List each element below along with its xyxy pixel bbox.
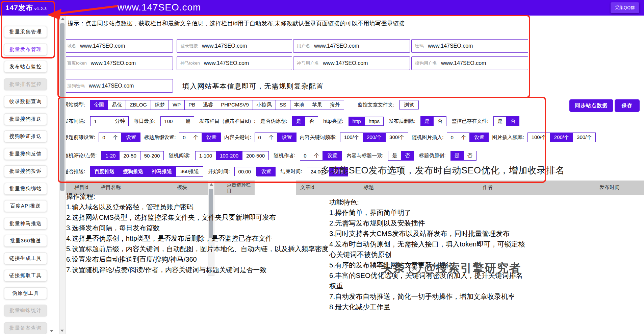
main-scrollbar-thumb[interactable] — [60, 23, 65, 191]
delete-after-no[interactable]: 否 — [434, 116, 446, 126]
content-keywords-input[interactable]: 0 个 — [255, 133, 278, 142]
shenma-username-field[interactable]: 神马用户名 www.147SEO.com — [293, 56, 410, 70]
delete-after-yes[interactable]: 是 — [420, 116, 434, 126]
site-type-wp[interactable]: WP — [169, 100, 185, 110]
sidebar-item-sogou-complaint[interactable]: 批量搜狗投诉 — [4, 165, 47, 177]
title-suffix-unit: 个 — [193, 134, 198, 141]
image-frequency-label: 图片插入频率: — [492, 134, 524, 141]
https-option[interactable]: https — [365, 117, 384, 126]
shenma-token-field[interactable]: 神马token www.147SEO.com — [177, 56, 292, 70]
site-type-xiaoxuanfeng[interactable]: 小旋风 — [253, 100, 276, 110]
field-label: 密码 — [415, 43, 424, 49]
comments-50-200[interactable]: 50-200 — [140, 151, 164, 160]
sidebar-item-index-query[interactable]: 收录数据查询 — [4, 96, 47, 108]
username-field[interactable]: 用户名 www.147SEO.com — [293, 39, 410, 53]
pseudo-original-yes[interactable]: 是 — [292, 116, 305, 126]
site-type-pb[interactable]: PB — [185, 100, 199, 110]
sidebar-item-batch-publish[interactable]: 批量发布管理 — [4, 44, 47, 55]
site-type-local[interactable]: 本地 — [290, 100, 308, 110]
random-image-set-button[interactable]: 设置 — [470, 133, 489, 142]
sidebar-item-link-grab[interactable]: 链接抓取工具 — [4, 270, 47, 282]
image-freq-100[interactable]: 100/个 — [527, 133, 550, 142]
reads-100-200[interactable]: 100-200 — [216, 151, 242, 160]
sidebar-item-site-monitor[interactable]: 发布站点监控 — [4, 61, 47, 73]
title-suffix-set-button[interactable]: 设置 — [202, 133, 221, 142]
seo-banner-text: 多功能SEO发布选项，发布时自动SEO优化，增加收录排名 — [321, 164, 565, 176]
random-author-set-button[interactable]: 设置 — [323, 151, 342, 161]
sidebar-item-batch-collect[interactable]: 批量采集管理 — [4, 26, 47, 38]
push-shenma[interactable]: 神马推送 — [148, 166, 176, 177]
panel-scroll-up-icon[interactable] — [210, 183, 213, 186]
monitor-existing-yes[interactable]: 是 — [493, 116, 507, 126]
sogou-username-field[interactable]: 搜狗用户名 www.147SEO.com — [411, 56, 528, 70]
keyword-freq-300[interactable]: 300/个 — [386, 133, 408, 142]
sogou-password-field[interactable]: 搜狗密码 www.147SEO.com — [63, 79, 173, 93]
scroll-down-icon[interactable] — [60, 330, 64, 332]
push-baidu[interactable]: 百度推送 — [90, 166, 119, 177]
site-type-zblog[interactable]: ZBLOG — [126, 100, 151, 110]
http-option[interactable]: http — [349, 117, 365, 126]
sidebar-item-link-generate[interactable]: 链接生成工具 — [4, 253, 47, 264]
content-title-match-yes[interactable]: 是 — [388, 151, 401, 161]
title-suffix-input[interactable]: 0 个 — [179, 133, 202, 142]
image-freq-200[interactable]: 200/个 — [550, 133, 573, 142]
monitor-existing-no[interactable]: 否 — [507, 116, 519, 126]
publish-interval-input[interactable]: 1 分钟 — [90, 116, 129, 126]
reads-1-100[interactable]: 1-100 — [195, 151, 216, 160]
title-prefix-set-button[interactable]: 设置 — [122, 133, 140, 142]
title-prefix-input[interactable]: 0 个 — [99, 133, 122, 142]
site-type-souwai[interactable]: 搜外 — [326, 100, 344, 110]
site-type-yiyou[interactable]: 易优 — [108, 100, 126, 110]
push-360[interactable]: 360推送 — [176, 166, 203, 177]
qq-group-button[interactable]: 采集QQ群 — [611, 2, 639, 13]
sync-site-data-button[interactable]: 同步站点数据 — [569, 99, 613, 112]
daily-max-unit: 篇 — [185, 118, 190, 124]
browse-button[interactable]: 浏览 — [399, 100, 419, 110]
sidebar-item-sogou-push[interactable]: 批量搜狗推送 — [4, 113, 47, 125]
baidu-token-field[interactable]: 百度token www.147SEO.com — [63, 56, 173, 70]
reads-200-500[interactable]: 200-500 — [242, 151, 269, 160]
random-comments-label: 随机评论/点赞: — [63, 152, 97, 159]
sidebar-scroll-down-icon[interactable] — [50, 330, 53, 332]
domain-field[interactable]: 域名 www.147SEO.com — [63, 39, 173, 53]
site-type-ss[interactable]: SS — [276, 100, 290, 110]
site-type-zhimeng[interactable]: 织梦 — [151, 100, 169, 110]
site-type-apple[interactable]: 苹果 — [308, 100, 326, 110]
scroll-up-icon[interactable] — [61, 18, 65, 20]
keyword-freq-200[interactable]: 200/个 — [363, 133, 386, 142]
sidebar-item-sogou-bind[interactable]: 批量搜狗绑站 — [4, 183, 47, 195]
publish-interval-unit: 分钟 — [115, 118, 125, 124]
pseudo-original-no[interactable]: 否 — [305, 116, 318, 126]
password-field[interactable]: 密码 www.147SEO.com — [411, 39, 528, 53]
field-value: www.147SEO.com — [80, 43, 125, 49]
sidebar-item-sogou-verify-push[interactable]: 搜狗验证推送 — [4, 130, 47, 142]
comments-20-50[interactable]: 20-50 — [120, 151, 140, 160]
sidebar-item-baidu-api-push[interactable]: 百度API推送 — [4, 200, 47, 212]
site-type-diguo[interactable]: 帝国 — [90, 100, 108, 110]
login-link-field[interactable]: 登录链接 www.147SEO.com — [177, 39, 292, 53]
sidebar-item-sogou-feedback[interactable]: 批量搜狗反馈 — [4, 148, 47, 160]
image-freq-300[interactable]: 300/个 — [573, 133, 596, 142]
title-pseudo-yes[interactable]: 是 — [450, 151, 464, 161]
site-type-phpcmsv9[interactable]: PHPCMSV9 — [217, 100, 253, 110]
sidebar-item-pseudo-original-tool[interactable]: 伪原创工具 — [4, 287, 47, 299]
content-keywords-set-button[interactable]: 设置 — [278, 133, 297, 142]
sidebar-item-360-push[interactable]: 批量360推送 — [4, 235, 47, 247]
start-time-set-button[interactable]: 设置 — [257, 167, 276, 176]
random-author-input[interactable]: 0 个 — [300, 151, 323, 161]
site-type-xunrui[interactable]: 迅睿 — [199, 100, 217, 110]
daily-max-input[interactable]: 100 篇 — [160, 116, 194, 126]
start-time-input[interactable]: 00:00 — [234, 167, 257, 176]
random-image-input[interactable]: 0 个 — [447, 133, 470, 142]
save-button[interactable]: 保存 — [615, 99, 640, 112]
publish-interval-label: 发布间隔: — [63, 118, 85, 124]
push-sogou[interactable]: 搜狗推送 — [119, 166, 148, 177]
col-header-author: 作者 — [483, 184, 493, 191]
flow-step: 3.选择发布间隔，每日发布篇数 — [66, 223, 330, 233]
keyword-freq-100[interactable]: 100/个 — [340, 133, 363, 142]
title-pseudo-no[interactable]: 否 — [464, 151, 476, 161]
sidebar-item-shenma-push[interactable]: 批量神马推送 — [4, 218, 47, 230]
content-title-match-no[interactable]: 否 — [401, 151, 414, 161]
comments-1-20[interactable]: 1-20 — [101, 151, 120, 160]
main-scrollbar[interactable] — [59, 16, 66, 334]
